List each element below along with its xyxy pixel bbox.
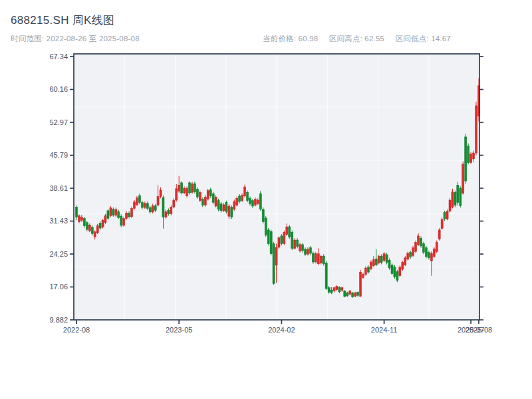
chart-area: 67.3460.1652.9745.7938.6131.4324.2517.06… <box>0 0 532 399</box>
candle-down <box>457 185 459 202</box>
candle-up <box>144 203 146 207</box>
candle-down <box>196 190 198 198</box>
page-title: 688215.SH 周K线图 <box>11 14 114 27</box>
candle-down <box>352 293 354 297</box>
candle-down <box>454 192 456 205</box>
candle-down <box>168 210 170 214</box>
candle-up <box>173 200 175 207</box>
candle-up <box>299 245 301 251</box>
candle-down <box>289 227 291 237</box>
candle-down <box>270 231 272 254</box>
candle-down <box>391 265 393 273</box>
candle-down <box>262 209 264 222</box>
candle-down <box>83 219 85 226</box>
candle-down <box>394 267 396 277</box>
candle-up <box>199 192 201 200</box>
candle-up <box>449 200 451 211</box>
candle-down <box>465 137 467 181</box>
candle-up <box>102 220 104 227</box>
candle-down <box>267 230 269 244</box>
candle-down <box>425 248 427 257</box>
candle-up <box>278 238 280 248</box>
candle-up <box>364 268 366 275</box>
candle-down <box>249 198 251 203</box>
candle-up <box>160 190 162 197</box>
candle-up <box>244 187 246 196</box>
range-high-stat: 区间高点: 62.55 <box>329 35 384 43</box>
candle-down <box>428 253 430 258</box>
candle-down <box>91 227 93 234</box>
candle-up <box>283 232 285 243</box>
candle-down <box>323 256 325 264</box>
candle-down <box>209 190 211 196</box>
candle-up <box>441 219 443 229</box>
candle-up <box>446 211 448 219</box>
candle-down <box>291 232 293 248</box>
x-tick-label: 2022-08 <box>63 326 90 334</box>
candle-down <box>231 207 233 217</box>
candle-up <box>123 219 125 225</box>
candle-up <box>415 242 417 251</box>
candle-down <box>302 245 304 251</box>
candle-down <box>201 200 203 205</box>
candle-up <box>94 232 96 237</box>
candle-up <box>170 207 172 213</box>
candle-down <box>146 203 148 209</box>
candle-up <box>184 188 186 193</box>
candle-up <box>452 192 454 207</box>
candle-down <box>386 255 388 263</box>
y-tick-label: 38.61 <box>49 184 68 192</box>
candle-down <box>444 213 446 219</box>
candle-up <box>407 253 409 259</box>
candle-down <box>239 196 241 201</box>
candle-up <box>254 200 256 205</box>
candle-up <box>78 215 80 221</box>
candle-down <box>312 253 314 262</box>
candle-up <box>275 247 277 265</box>
candle-down <box>141 202 143 207</box>
y-tick-label: 67.34 <box>49 53 68 61</box>
candle-up <box>131 208 133 216</box>
candle-down <box>331 290 332 293</box>
candle-up <box>294 240 296 248</box>
candle-up <box>354 293 356 297</box>
candle-down <box>297 240 299 247</box>
candle-down <box>76 207 78 217</box>
candle-down <box>344 291 346 297</box>
candle-down <box>305 249 307 255</box>
candle-up <box>88 225 90 231</box>
candle-up <box>370 262 372 269</box>
candle-up <box>436 242 438 251</box>
candle-down <box>247 192 249 200</box>
range-low-stat: 区间低点: 14.67 <box>396 35 451 43</box>
candle-up <box>96 226 98 233</box>
candle-up <box>286 227 288 235</box>
candle-up <box>412 248 414 256</box>
candle-up <box>215 197 217 206</box>
candle-down <box>309 248 311 253</box>
candle-down <box>212 194 214 202</box>
candle-up <box>475 106 477 153</box>
candle-down <box>273 244 275 284</box>
x-tick-label: 2025-08 <box>466 326 492 334</box>
candle-down <box>107 211 109 219</box>
candle-up <box>191 184 193 192</box>
candle-up <box>223 205 225 211</box>
candle-up <box>152 205 154 212</box>
candle-down <box>99 223 101 229</box>
candle-up <box>80 217 82 221</box>
candle-down <box>154 205 156 210</box>
candle-down <box>259 194 261 209</box>
candle-up <box>204 197 206 205</box>
candle-down <box>162 198 164 217</box>
candle-up <box>315 254 317 262</box>
candle-down <box>251 201 253 206</box>
candle-up <box>341 288 343 291</box>
candle-down <box>217 201 219 209</box>
candle-up <box>257 200 259 204</box>
candle-down <box>375 259 377 265</box>
candle-up <box>462 164 464 194</box>
y-tick-label: 24.25 <box>49 250 68 258</box>
candle-down <box>396 272 398 281</box>
candle-up <box>402 263 404 269</box>
